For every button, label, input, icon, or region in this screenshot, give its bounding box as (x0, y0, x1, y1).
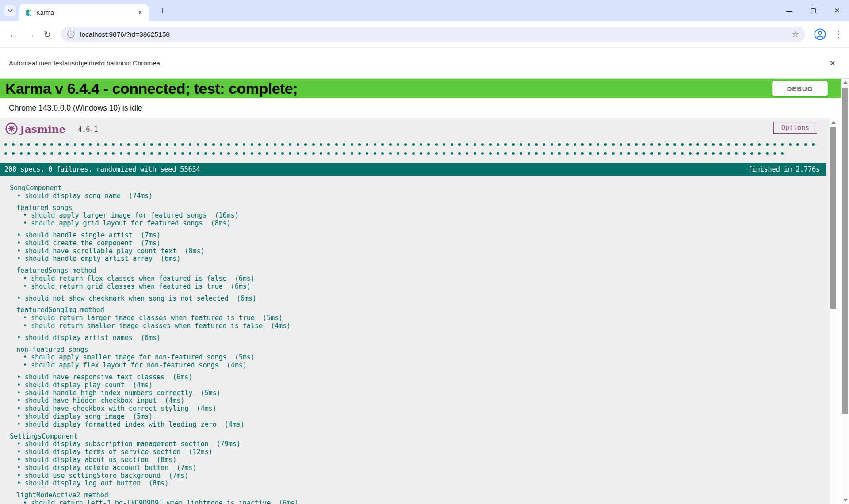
passed-spec-dot (712, 152, 715, 155)
forward-button[interactable]: → (22, 26, 39, 43)
iframe-scrollbar[interactable] (830, 118, 837, 504)
spec-result[interactable]: • should apply flex layout for non-featu… (23, 362, 830, 370)
passed-spec-dot (658, 152, 661, 155)
spec-group: • should display song name (74ms) (10, 192, 830, 200)
scrollbar-thumb[interactable] (842, 88, 848, 414)
infobar-close-icon[interactable]: ✕ (830, 58, 836, 68)
spec-result[interactable]: • should display song name (74ms) (17, 192, 830, 200)
debug-button[interactable]: DEBUG (772, 81, 828, 96)
passed-spec-dot (143, 143, 145, 146)
spec-result[interactable]: • should return grid classes when featur… (23, 283, 830, 291)
site-info-icon[interactable]: ⓘ (67, 29, 75, 39)
spec-result[interactable]: • should display log out button (8ms) (17, 480, 830, 488)
spec-result[interactable]: • should display terms of service sectio… (17, 448, 830, 456)
spec-result[interactable]: • should create the component (7ms) (17, 240, 830, 248)
browser-menu-icon[interactable]: ⋮ (833, 29, 844, 39)
passed-spec-dot (420, 152, 422, 155)
iframe-scrollbar-thumb[interactable] (830, 127, 836, 309)
passed-spec-dot (489, 152, 492, 155)
passed-spec-dot (581, 152, 584, 155)
spec-result[interactable]: • should return left-1 bg-[#D9D9D9] when… (23, 500, 830, 504)
spec-result[interactable]: • should return larger image classes whe… (23, 314, 830, 322)
passed-spec-dot (366, 152, 368, 155)
passed-spec-dot (404, 143, 407, 146)
spec-result[interactable]: • should have scrollable play count text… (17, 248, 830, 256)
jasmine-brand: Jasmine 4.6.1 (5, 122, 98, 135)
passed-spec-dot (74, 143, 76, 146)
passed-spec-dot (389, 143, 392, 146)
suite-title[interactable]: SongComponent (10, 184, 830, 192)
passed-spec-dot (289, 143, 291, 146)
iframe-scrollbar-up-arrow[interactable] (830, 118, 837, 126)
spec-result[interactable]: • should have responsive text classes (6… (17, 374, 830, 382)
passed-spec-dot (189, 152, 191, 155)
passed-spec-dot (504, 152, 507, 155)
nested-suite-title[interactable]: featuredSongs method (16, 267, 830, 275)
passed-spec-dot (789, 143, 792, 146)
spec-result[interactable]: • should display delete account button (… (17, 464, 830, 472)
suite-title[interactable]: SettingsComponent (10, 433, 830, 441)
options-button[interactable]: Options (773, 122, 817, 134)
profile-avatar-icon[interactable] (814, 28, 826, 40)
window-close-button[interactable]: ✕ (825, 0, 849, 21)
passed-spec-dot (312, 152, 315, 155)
passed-spec-dot (497, 152, 499, 155)
nested-suite-title[interactable]: featuredSongImg method (16, 306, 830, 314)
spec-result[interactable]: • should display about us section (8ms) (17, 456, 830, 464)
passed-spec-dot (127, 143, 130, 146)
passed-spec-dot (566, 152, 569, 155)
passed-spec-dot (735, 143, 738, 146)
passed-spec-dot (689, 152, 692, 155)
window-minimize-button[interactable]: — (777, 0, 801, 21)
passed-spec-dot (212, 152, 215, 155)
spec-result[interactable]: • should apply grid layout for featured … (23, 220, 830, 228)
spec-result[interactable]: • should handle high index numbers corre… (17, 389, 830, 397)
nested-suite-title[interactable]: lightModeActive2 method (16, 492, 830, 500)
scrollbar-up-arrow[interactable] (841, 79, 849, 86)
passed-spec-dot (320, 152, 322, 155)
page-scrollbar[interactable] (841, 79, 849, 504)
passed-spec-dot (351, 143, 353, 146)
new-tab-button[interactable]: + (156, 4, 169, 18)
passed-spec-dot (197, 143, 199, 146)
karma-favicon (25, 9, 32, 16)
tab-search-button[interactable] (4, 5, 16, 16)
address-bar[interactable]: ⓘ localhost:9876/?id=38625158 ☆ (61, 27, 805, 42)
browser-tab-karma[interactable]: Karma ✕ (19, 4, 149, 21)
reload-button[interactable]: ↻ (39, 26, 56, 43)
back-button[interactable]: ← (5, 26, 22, 43)
scrollbar-down-arrow[interactable] (841, 496, 849, 504)
spec-result[interactable]: • should return flex classes when featur… (23, 275, 830, 283)
passed-spec-dot (812, 143, 815, 146)
spec-result[interactable]: • should have hidden checkbox input (4ms… (17, 397, 830, 405)
spec-result[interactable]: • should handle empty artist array (6ms) (17, 255, 830, 263)
passed-spec-dot (773, 152, 776, 155)
spec-group: • should have responsive text classes (6… (10, 374, 830, 429)
spec-dot-summary (4, 143, 823, 161)
passed-spec-dot (489, 143, 492, 146)
spec-result[interactable]: • should not show checkmark when song is… (17, 295, 830, 303)
spec-result[interactable]: • should use settingStore background (7m… (17, 472, 830, 480)
spec-result[interactable]: • should have checkbox with correct styl… (17, 405, 830, 413)
spec-result[interactable]: • should display subscription management… (17, 440, 830, 448)
spec-result[interactable]: • should apply larger image for featured… (23, 212, 830, 220)
window-restore-button[interactable] (801, 0, 825, 21)
spec-result[interactable]: • should display formatted index with le… (17, 421, 830, 429)
url-text[interactable]: localhost:9876/?id=38625158 (80, 31, 792, 38)
nested-suite-title[interactable]: featured songs (16, 204, 830, 212)
passed-spec-dot (481, 143, 484, 146)
tab-close-icon[interactable]: ✕ (136, 9, 144, 17)
passed-spec-dot (43, 152, 46, 155)
passed-spec-dot (127, 152, 130, 155)
spec-result[interactable]: • should handle single artist (7ms) (17, 232, 830, 240)
passed-spec-dot (143, 152, 145, 155)
spec-result[interactable]: • should apply smaller image for non-fea… (23, 354, 830, 362)
spec-result[interactable]: • should display artist names (6ms) (17, 334, 830, 342)
spec-result[interactable]: • should return smaller image classes wh… (23, 322, 830, 330)
passed-spec-dot (58, 143, 61, 146)
spec-result[interactable]: • should display play count (4ms) (17, 382, 830, 389)
bookmark-star-icon[interactable]: ☆ (792, 29, 799, 39)
spec-result[interactable]: • should display song image (5ms) (17, 413, 830, 421)
passed-spec-dot (81, 143, 84, 146)
nested-suite-title[interactable]: non-featured songs (16, 346, 830, 354)
